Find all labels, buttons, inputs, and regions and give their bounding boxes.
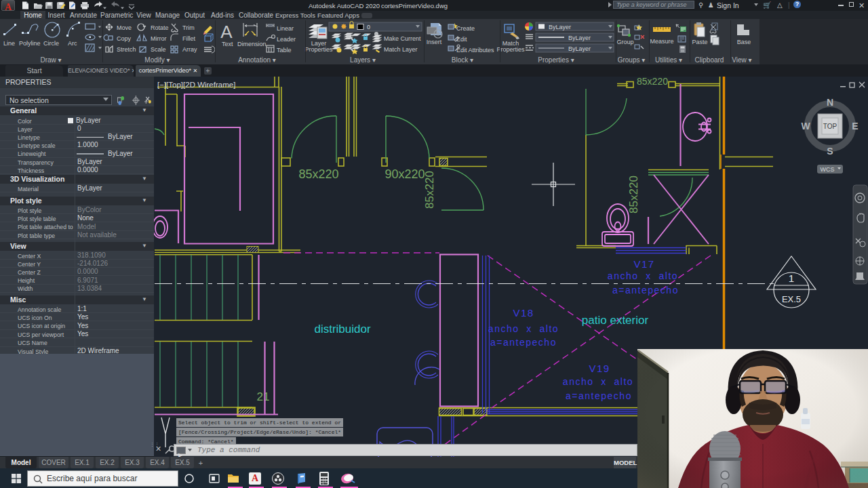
svg-text:85x220: 85x220 xyxy=(637,77,668,87)
svg-text:[−][Top][2D Wireframe]: [−][Top][2D Wireframe] xyxy=(157,81,235,89)
svg-text:ByLayer: ByLayer xyxy=(549,24,571,30)
svg-text:distribuidor: distribuidor xyxy=(314,323,370,336)
svg-text:1: 1 xyxy=(789,272,794,284)
svg-text:V19: V19 xyxy=(589,363,610,374)
svg-text:E: E xyxy=(852,121,858,131)
svg-text:90x220: 90x220 xyxy=(384,167,425,181)
svg-text:ByLayer: ByLayer xyxy=(568,45,591,52)
svg-text:N: N xyxy=(827,97,833,108)
svg-text:ByLayer: ByLayer xyxy=(568,35,591,41)
svg-text:21: 21 xyxy=(257,390,270,403)
svg-text:85x220: 85x220 xyxy=(423,171,436,209)
svg-text:EX.5: EX.5 xyxy=(782,294,801,304)
svg-text:a=antepecho: a=antepecho xyxy=(566,390,632,401)
svg-text:V17: V17 xyxy=(633,258,654,270)
svg-text:A: A xyxy=(220,22,233,42)
svg-text:TOP: TOP xyxy=(823,123,837,130)
svg-text:85x220: 85x220 xyxy=(298,167,338,181)
svg-text:S: S xyxy=(827,146,833,157)
svg-text:WCS: WCS xyxy=(821,166,835,173)
svg-text:a=antepecho: a=antepecho xyxy=(612,285,679,296)
svg-text:ancho x alto: ancho x alto xyxy=(563,376,633,387)
svg-text:W: W xyxy=(801,121,810,131)
svg-text:ancho x alto: ancho x alto xyxy=(488,323,559,334)
svg-text:V18: V18 xyxy=(513,307,534,319)
svg-text:0: 0 xyxy=(367,24,370,30)
svg-text:85x220: 85x220 xyxy=(627,176,640,214)
svg-text:a=antepecho: a=antepecho xyxy=(490,337,557,348)
svg-text:patio exterior: patio exterior xyxy=(582,314,649,327)
svg-text:ancho x alto: ancho x alto xyxy=(608,270,678,281)
